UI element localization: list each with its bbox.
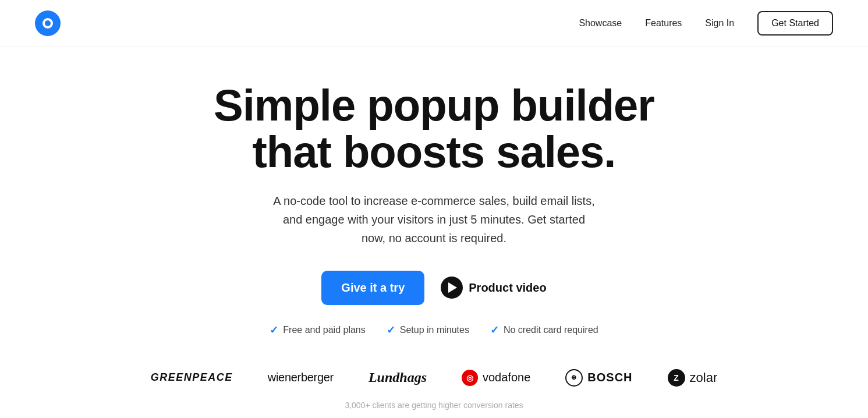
logo-wienerberger: wienerberger: [268, 371, 334, 384]
logo-vodafone: ◎ vodafone: [462, 370, 530, 386]
bosch-icon: ⊕: [565, 369, 583, 387]
navbar: Showcase Features Sign In Get Started: [0, 0, 868, 47]
give-it-a-try-button[interactable]: Give it a try: [321, 271, 424, 305]
nav-showcase[interactable]: Showcase: [579, 18, 622, 29]
hero-subtitle: A no-code tool to increase e-commerce sa…: [271, 192, 597, 247]
logos-row: GREENPEACE wienerberger Lundhags ◎ vodaf…: [151, 369, 717, 387]
logo-bosch: ⊕ BOSCH: [565, 369, 632, 387]
badge-free-plans: ✓ Free and paid plans: [270, 324, 365, 336]
play-triangle-icon: [448, 282, 457, 293]
hero-section: Simple popup builder that boosts sales. …: [0, 47, 868, 418]
nav-features[interactable]: Features: [645, 18, 682, 29]
nav-links: Showcase Features Sign In Get Started: [579, 11, 833, 36]
check-icon-1: ✓: [270, 324, 278, 336]
logo[interactable]: [35, 10, 61, 36]
badge-setup: ✓ Setup in minutes: [387, 324, 469, 336]
clients-text: 3,000+ clients are getting higher conver…: [345, 401, 523, 410]
badge-setup-label: Setup in minutes: [400, 325, 469, 335]
svg-point-2: [45, 20, 51, 26]
check-icon-2: ✓: [387, 324, 395, 336]
zolar-icon: Z: [668, 369, 685, 387]
logo-lundhags: Lundhags: [369, 370, 427, 385]
hero-badges: ✓ Free and paid plans ✓ Setup in minutes…: [270, 324, 598, 336]
nav-signin[interactable]: Sign In: [705, 18, 734, 29]
product-video-button[interactable]: Product video: [441, 277, 546, 299]
badge-no-card: ✓ No credit card required: [490, 324, 598, 336]
badge-no-card-label: No credit card required: [504, 325, 598, 335]
logo-zolar: Z zolar: [668, 369, 718, 387]
logo-greenpeace: GREENPEACE: [151, 371, 233, 384]
hero-buttons: Give it a try Product video: [321, 271, 546, 305]
check-icon-3: ✓: [490, 324, 499, 336]
logos-section: GREENPEACE wienerberger Lundhags ◎ vodaf…: [151, 369, 717, 410]
product-video-label: Product video: [469, 281, 546, 295]
vodafone-icon: ◎: [462, 370, 478, 386]
nav-get-started-button[interactable]: Get Started: [757, 11, 833, 36]
hero-title: Simple popup builder that boosts sales.: [196, 82, 673, 175]
badge-free-plans-label: Free and paid plans: [283, 325, 365, 335]
play-icon: [441, 277, 463, 299]
